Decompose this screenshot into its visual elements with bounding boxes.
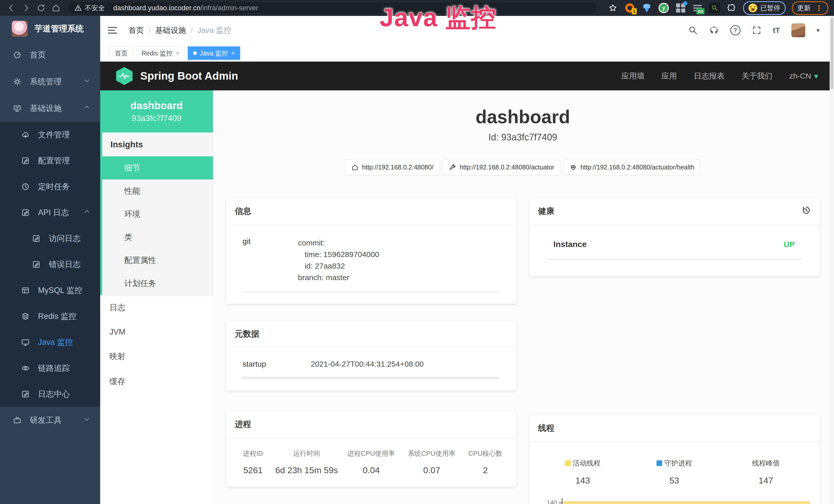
instance-header[interactable]: dashboard 93a3fc7f7409 — [100, 90, 213, 133]
info-card-title: 信息 — [226, 198, 517, 225]
breadcrumb-current: Java 监控 — [198, 25, 232, 36]
threads-legend: 活动线程 143 守护进程 53 线程峰值 14 — [537, 459, 812, 485]
gear-icon — [13, 77, 22, 86]
active-threads-swatch — [565, 460, 571, 466]
fullscreen-icon[interactable] — [752, 25, 762, 35]
extension-pin-icon[interactable] — [641, 3, 652, 13]
extension-orange-icon[interactable]: 1 — [624, 3, 635, 13]
browser-back-button[interactable] — [6, 2, 17, 14]
heartbeat-icon — [570, 164, 577, 171]
page-scrollbar[interactable] — [830, 16, 834, 504]
divider — [546, 259, 803, 260]
scrollbar-thumb[interactable] — [830, 18, 833, 89]
instance-actuator-link[interactable]: http://192.168.0.2:48080/actuator — [443, 159, 561, 175]
instance-links: http://192.168.0.2:48080/ http://192.168… — [226, 159, 820, 175]
browser-update-button[interactable]: 更新 ⋮ — [792, 1, 828, 15]
chart-plot-area — [562, 498, 812, 504]
extension-list-icon[interactable]: on — [692, 3, 703, 13]
tab-java-monitor[interactable]: Java 监控× — [188, 46, 240, 60]
sba-nav-about[interactable]: 关于我们 — [742, 71, 772, 82]
sidebar-item-scheduled-jobs[interactable]: 定时任务 — [0, 174, 100, 200]
sidebar-item-file-manage[interactable]: 文件管理 — [0, 122, 100, 147]
sba-brand-title[interactable]: Spring Boot Admin — [140, 70, 238, 82]
extension-paused-chip[interactable]: 已暂停 — [743, 1, 786, 15]
github-icon[interactable] — [709, 25, 719, 35]
sidebar-item-redis-monitor[interactable]: Redis 监控 — [0, 303, 100, 329]
health-status-badge: UP — [784, 240, 795, 249]
sidebar-item-home[interactable]: 首页 — [0, 42, 100, 68]
browser-forward-button[interactable] — [21, 2, 32, 14]
sidebar-item-config-manage[interactable]: 配置管理 — [0, 147, 100, 174]
app-logo-row[interactable]: 芋道管理系统 — [0, 16, 100, 42]
chevron-down-icon — [83, 416, 90, 425]
extension-grid-icon[interactable] — [675, 3, 686, 13]
info-key: git — [234, 237, 298, 283]
sidebar-item-api-logs[interactable]: API 日志 — [0, 200, 100, 225]
daemon-threads-swatch — [657, 460, 662, 466]
sidebar-item-error-logs[interactable]: 错误日志 — [0, 251, 100, 277]
instance-home-link[interactable]: http://192.168.0.2:48080/ — [345, 159, 440, 175]
log-edit-icon — [21, 390, 30, 398]
menu-item-metrics[interactable]: 性能 — [102, 180, 213, 203]
browser-menu-icon[interactable]: ⋮ — [814, 4, 823, 13]
sba-locale-select[interactable]: zh-CN ▾ — [789, 72, 818, 81]
app-sidebar: 芋道管理系统 首页 系统管理 基础设施 文件管理 配置管理 — [0, 16, 100, 504]
help-icon[interactable]: ? — [730, 25, 741, 36]
address-bar[interactable]: 不安全 dashboard.yudao.iocoder.cn/infra/adm… — [68, 2, 597, 14]
sidebar-item-log-center[interactable]: 日志中心 — [0, 381, 100, 407]
wrench-icon — [449, 164, 456, 171]
extension-y-icon[interactable]: y — [658, 3, 669, 13]
extension-puzzle-icon[interactable] — [726, 3, 737, 13]
user-avatar[interactable] — [791, 23, 805, 37]
avatar-caret-icon[interactable]: ▾ — [816, 27, 820, 34]
hamburger-icon[interactable] — [108, 25, 117, 36]
menu-item-jvm[interactable]: JVM — [100, 320, 213, 344]
tab-home[interactable]: 首页 — [109, 46, 133, 60]
sidebar-item-java-monitor[interactable]: Java 监控 — [0, 329, 100, 355]
url-text: dashboard.yudao.iocoder.cn/infra/admin-s… — [113, 4, 258, 12]
menu-item-caches[interactable]: 缓存 — [100, 369, 213, 394]
chevron-down-icon — [83, 77, 90, 86]
security-chip[interactable]: 不安全 — [74, 4, 105, 13]
menu-item-config-props[interactable]: 配置属性 — [102, 249, 213, 272]
extension-magnifier-icon[interactable] — [709, 3, 720, 13]
font-size-icon[interactable]: tT — [773, 26, 780, 35]
browser-reload-button[interactable] — [36, 2, 47, 14]
sba-nav-applications[interactable]: 应用 — [661, 71, 677, 82]
sidebar-item-mysql-monitor[interactable]: MySQL 监控 — [0, 277, 100, 303]
menu-item-scheduled-tasks[interactable]: 计划任务 — [102, 272, 213, 295]
menu-item-mappings[interactable]: 映射 — [100, 344, 213, 369]
divider — [241, 377, 499, 379]
sidebar-item-infra[interactable]: 基础设施 — [0, 95, 100, 122]
app-logo-image — [12, 21, 28, 37]
menu-item-logs[interactable]: 日志 — [100, 295, 213, 320]
sba-nav-wallboard[interactable]: 应用墙 — [621, 71, 644, 82]
monitor-icon — [13, 104, 22, 113]
menu-item-environment[interactable]: 环境 — [102, 203, 213, 226]
process-table: 进程ID5261 运行时间6d 23h 15m 59s 进程CPU使用率0.04… — [234, 449, 509, 475]
sidebar-item-system[interactable]: 系统管理 — [0, 68, 100, 95]
close-icon[interactable]: × — [231, 49, 235, 57]
sidebar-item-dev-tools[interactable]: 研发工具 — [0, 407, 100, 434]
breadcrumb-infra[interactable]: 基础设施 — [155, 25, 186, 36]
sidebar-item-access-logs[interactable]: 访问日志 — [0, 225, 100, 251]
browser-home-button[interactable] — [50, 2, 62, 14]
sba-nav-journal[interactable]: 日志报表 — [694, 71, 725, 82]
sidebar-item-tracing[interactable]: 链路追踪 — [0, 355, 100, 381]
menu-item-classes[interactable]: 类 — [102, 226, 213, 249]
menu-item-details[interactable]: 细节 — [102, 156, 213, 180]
toolbox-icon — [13, 416, 22, 425]
search-icon[interactable] — [688, 25, 698, 35]
home-icon — [351, 164, 358, 171]
spring-boot-admin-logo[interactable] — [116, 67, 133, 85]
info-value: commit: time: 1596289704000 id: 27aa832 … — [298, 237, 379, 283]
close-icon[interactable]: × — [176, 49, 179, 57]
chevron-up-icon — [83, 104, 90, 113]
breadcrumb-home[interactable]: 首页 — [128, 25, 144, 36]
bookmark-star-icon[interactable] — [608, 3, 618, 13]
divider — [241, 292, 501, 293]
process-card: 进程 进程ID5261 运行时间6d 23h 15m 59s 进程CPU使用率0… — [226, 411, 517, 486]
instance-health-link[interactable]: http://192.168.0.2:48080/actuator/health — [563, 159, 701, 175]
tab-redis-monitor[interactable]: Redis 监控× — [136, 46, 185, 60]
history-icon[interactable] — [802, 206, 811, 217]
